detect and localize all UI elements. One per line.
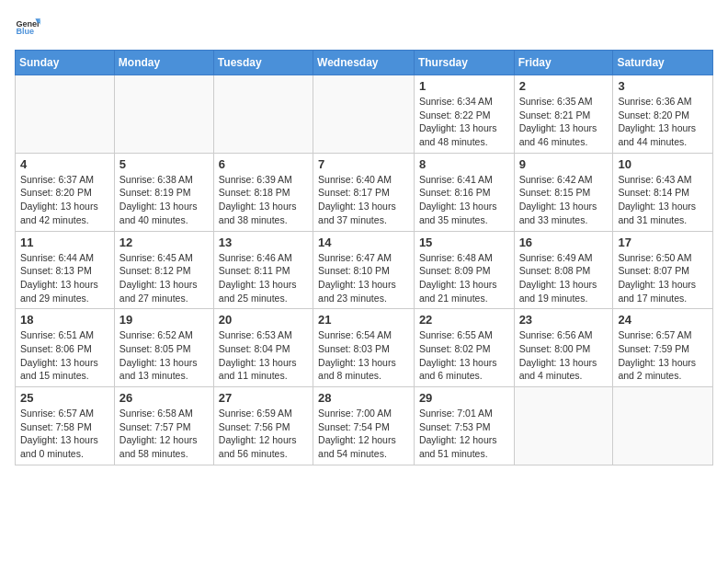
calendar-cell: 18Sunrise: 6:51 AM Sunset: 8:06 PM Dayli… bbox=[16, 309, 115, 387]
calendar-cell: 15Sunrise: 6:48 AM Sunset: 8:09 PM Dayli… bbox=[414, 231, 514, 309]
day-detail: Sunrise: 6:39 AM Sunset: 8:18 PM Dayligh… bbox=[219, 173, 308, 227]
day-detail: Sunrise: 6:44 AM Sunset: 8:13 PM Dayligh… bbox=[20, 251, 109, 305]
calendar-cell bbox=[613, 387, 713, 465]
day-detail: Sunrise: 6:48 AM Sunset: 8:09 PM Dayligh… bbox=[419, 251, 509, 305]
day-detail: Sunrise: 6:55 AM Sunset: 8:02 PM Dayligh… bbox=[419, 328, 509, 383]
day-number: 3 bbox=[618, 79, 708, 93]
calendar-cell bbox=[213, 75, 313, 154]
calendar-cell: 1Sunrise: 6:34 AM Sunset: 8:22 PM Daylig… bbox=[414, 75, 514, 154]
calendar-cell bbox=[313, 75, 415, 154]
svg-text:Blue: Blue bbox=[16, 27, 34, 36]
day-detail: Sunrise: 6:51 AM Sunset: 8:06 PM Dayligh… bbox=[20, 328, 109, 383]
day-number: 8 bbox=[419, 157, 509, 171]
day-detail: Sunrise: 6:56 AM Sunset: 8:00 PM Dayligh… bbox=[519, 328, 609, 383]
header-day-thursday: Thursday bbox=[414, 51, 514, 75]
calendar-cell: 27Sunrise: 6:59 AM Sunset: 7:56 PM Dayli… bbox=[213, 387, 313, 465]
calendar-cell: 28Sunrise: 7:00 AM Sunset: 7:54 PM Dayli… bbox=[313, 387, 415, 465]
day-number: 16 bbox=[519, 236, 609, 249]
day-number: 5 bbox=[119, 157, 209, 171]
calendar-cell: 5Sunrise: 6:38 AM Sunset: 8:19 PM Daylig… bbox=[114, 153, 213, 231]
calendar-cell: 29Sunrise: 7:01 AM Sunset: 7:53 PM Dayli… bbox=[414, 387, 514, 465]
header-day-monday: Monday bbox=[114, 51, 213, 75]
day-detail: Sunrise: 6:47 AM Sunset: 8:10 PM Dayligh… bbox=[318, 251, 409, 305]
week-row-4: 18Sunrise: 6:51 AM Sunset: 8:06 PM Dayli… bbox=[16, 309, 713, 387]
day-number: 15 bbox=[419, 236, 509, 249]
header-day-sunday: Sunday bbox=[16, 51, 115, 75]
week-row-3: 11Sunrise: 6:44 AM Sunset: 8:13 PM Dayli… bbox=[16, 231, 713, 309]
day-number: 25 bbox=[20, 391, 109, 405]
day-number: 13 bbox=[219, 236, 308, 249]
day-number: 10 bbox=[618, 157, 708, 171]
day-number: 2 bbox=[519, 79, 609, 93]
day-number: 7 bbox=[318, 157, 409, 171]
calendar-cell: 11Sunrise: 6:44 AM Sunset: 8:13 PM Dayli… bbox=[16, 231, 115, 309]
logo: General Blue bbox=[15, 15, 40, 40]
calendar-cell: 8Sunrise: 6:41 AM Sunset: 8:16 PM Daylig… bbox=[414, 153, 514, 231]
day-number: 19 bbox=[119, 313, 209, 327]
day-detail: Sunrise: 6:37 AM Sunset: 8:20 PM Dayligh… bbox=[20, 173, 109, 227]
day-detail: Sunrise: 6:43 AM Sunset: 8:14 PM Dayligh… bbox=[618, 173, 708, 227]
day-number: 20 bbox=[219, 313, 308, 327]
day-detail: Sunrise: 6:59 AM Sunset: 7:56 PM Dayligh… bbox=[219, 407, 308, 461]
header-day-friday: Friday bbox=[514, 51, 613, 75]
day-detail: Sunrise: 6:50 AM Sunset: 8:07 PM Dayligh… bbox=[618, 251, 708, 305]
day-detail: Sunrise: 7:01 AM Sunset: 7:53 PM Dayligh… bbox=[419, 407, 509, 461]
day-detail: Sunrise: 6:57 AM Sunset: 7:59 PM Dayligh… bbox=[618, 328, 708, 383]
day-number: 11 bbox=[20, 236, 109, 249]
calendar-cell: 17Sunrise: 6:50 AM Sunset: 8:07 PM Dayli… bbox=[613, 231, 713, 309]
day-detail: Sunrise: 6:38 AM Sunset: 8:19 PM Dayligh… bbox=[119, 173, 209, 227]
calendar-cell: 14Sunrise: 6:47 AM Sunset: 8:10 PM Dayli… bbox=[313, 231, 415, 309]
day-detail: Sunrise: 6:35 AM Sunset: 8:21 PM Dayligh… bbox=[519, 95, 609, 149]
day-detail: Sunrise: 7:00 AM Sunset: 7:54 PM Dayligh… bbox=[318, 407, 409, 461]
calendar-cell: 12Sunrise: 6:45 AM Sunset: 8:12 PM Dayli… bbox=[114, 231, 213, 309]
day-detail: Sunrise: 6:40 AM Sunset: 8:17 PM Dayligh… bbox=[318, 173, 409, 227]
calendar-cell: 23Sunrise: 6:56 AM Sunset: 8:00 PM Dayli… bbox=[514, 309, 613, 387]
header: General Blue bbox=[15, 15, 713, 40]
calendar-cell bbox=[16, 75, 115, 154]
calendar-cell: 13Sunrise: 6:46 AM Sunset: 8:11 PM Dayli… bbox=[213, 231, 313, 309]
header-day-wednesday: Wednesday bbox=[313, 51, 415, 75]
calendar-cell: 20Sunrise: 6:53 AM Sunset: 8:04 PM Dayli… bbox=[213, 309, 313, 387]
calendar-cell: 21Sunrise: 6:54 AM Sunset: 8:03 PM Dayli… bbox=[313, 309, 415, 387]
calendar-cell: 24Sunrise: 6:57 AM Sunset: 7:59 PM Dayli… bbox=[613, 309, 713, 387]
day-detail: Sunrise: 6:45 AM Sunset: 8:12 PM Dayligh… bbox=[119, 251, 209, 305]
calendar-cell: 6Sunrise: 6:39 AM Sunset: 8:18 PM Daylig… bbox=[213, 153, 313, 231]
day-detail: Sunrise: 6:41 AM Sunset: 8:16 PM Dayligh… bbox=[419, 173, 509, 227]
day-detail: Sunrise: 6:53 AM Sunset: 8:04 PM Dayligh… bbox=[219, 328, 308, 383]
day-number: 12 bbox=[119, 236, 209, 249]
day-number: 21 bbox=[318, 313, 409, 327]
calendar-cell: 19Sunrise: 6:52 AM Sunset: 8:05 PM Dayli… bbox=[114, 309, 213, 387]
day-number: 9 bbox=[519, 157, 609, 171]
calendar-cell: 10Sunrise: 6:43 AM Sunset: 8:14 PM Dayli… bbox=[613, 153, 713, 231]
calendar-cell bbox=[514, 387, 613, 465]
header-day-saturday: Saturday bbox=[613, 51, 713, 75]
day-number: 17 bbox=[618, 236, 708, 249]
day-detail: Sunrise: 6:57 AM Sunset: 7:58 PM Dayligh… bbox=[20, 407, 109, 461]
day-number: 24 bbox=[618, 313, 708, 327]
day-number: 28 bbox=[318, 391, 409, 405]
day-number: 4 bbox=[20, 157, 109, 171]
day-number: 23 bbox=[519, 313, 609, 327]
day-detail: Sunrise: 6:54 AM Sunset: 8:03 PM Dayligh… bbox=[318, 328, 409, 383]
day-number: 1 bbox=[419, 79, 509, 93]
day-detail: Sunrise: 6:34 AM Sunset: 8:22 PM Dayligh… bbox=[419, 95, 509, 149]
calendar-cell: 16Sunrise: 6:49 AM Sunset: 8:08 PM Dayli… bbox=[514, 231, 613, 309]
day-number: 6 bbox=[219, 157, 308, 171]
day-number: 27 bbox=[219, 391, 308, 405]
calendar-cell: 4Sunrise: 6:37 AM Sunset: 8:20 PM Daylig… bbox=[16, 153, 115, 231]
calendar-cell: 2Sunrise: 6:35 AM Sunset: 8:21 PM Daylig… bbox=[514, 75, 613, 154]
day-detail: Sunrise: 6:52 AM Sunset: 8:05 PM Dayligh… bbox=[119, 328, 209, 383]
calendar-cell: 3Sunrise: 6:36 AM Sunset: 8:20 PM Daylig… bbox=[613, 75, 713, 154]
calendar-cell bbox=[114, 75, 213, 154]
day-detail: Sunrise: 6:58 AM Sunset: 7:57 PM Dayligh… bbox=[119, 407, 209, 461]
calendar-cell: 22Sunrise: 6:55 AM Sunset: 8:02 PM Dayli… bbox=[414, 309, 514, 387]
week-row-1: 1Sunrise: 6:34 AM Sunset: 8:22 PM Daylig… bbox=[16, 75, 713, 154]
day-detail: Sunrise: 6:49 AM Sunset: 8:08 PM Dayligh… bbox=[519, 251, 609, 305]
calendar-table: SundayMondayTuesdayWednesdayThursdayFrid… bbox=[15, 50, 713, 465]
day-number: 14 bbox=[318, 236, 409, 249]
calendar-cell: 9Sunrise: 6:42 AM Sunset: 8:15 PM Daylig… bbox=[514, 153, 613, 231]
header-row: SundayMondayTuesdayWednesdayThursdayFrid… bbox=[16, 51, 713, 75]
calendar-cell: 26Sunrise: 6:58 AM Sunset: 7:57 PM Dayli… bbox=[114, 387, 213, 465]
day-number: 26 bbox=[119, 391, 209, 405]
day-number: 29 bbox=[419, 391, 509, 405]
